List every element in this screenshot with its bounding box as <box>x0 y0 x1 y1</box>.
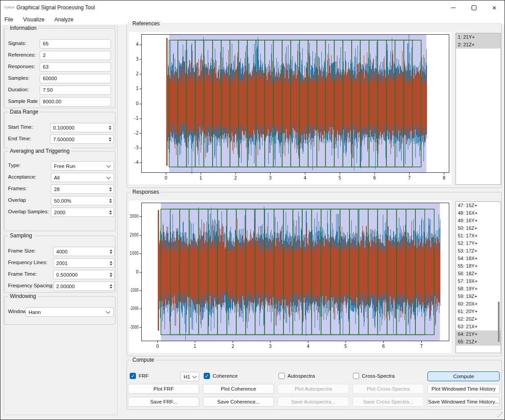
list-item[interactable]: 59: 19Z+ <box>456 293 501 300</box>
spin-buttons[interactable] <box>107 196 114 205</box>
spin-buttons[interactable] <box>107 259 114 267</box>
list-item[interactable]: 54: 18X+ <box>456 255 501 262</box>
minimize-button[interactable] <box>443 0 464 15</box>
chevron-down-icon <box>107 175 111 179</box>
responses-group-title: Responses <box>131 189 161 195</box>
responses-plot[interactable] <box>129 200 452 353</box>
compute-button[interactable]: Compute <box>427 371 500 381</box>
spin-down-icon <box>110 264 112 265</box>
list-item[interactable]: 49: 16Y+ <box>456 217 501 224</box>
resize-grip[interactable] <box>497 412 502 417</box>
estimator-combo[interactable]: H1 <box>181 372 199 381</box>
spin-down-icon <box>110 252 112 254</box>
frequency-spacing-value: 2.00000 <box>53 284 107 289</box>
autospectra-checkbox[interactable]: Autospectra <box>279 372 315 379</box>
menu-visualize[interactable]: Visualize <box>19 15 49 23</box>
coherence-checkbox[interactable]: Coherence <box>204 372 238 379</box>
list-item[interactable]: 55: 18Y+ <box>456 262 501 270</box>
list-item[interactable]: 58: 19Y+ <box>456 285 501 293</box>
frf-checkbox[interactable]: FRF <box>130 372 148 379</box>
cross-spectra-checkbox[interactable]: Cross-Spectra <box>353 372 395 379</box>
menu-file[interactable]: File <box>0 15 17 23</box>
references-list[interactable]: 1: 21Y+ 2: 21Z+ <box>456 33 501 185</box>
save-windowed-time-history-button[interactable]: Save Windowed Time History... <box>427 397 500 407</box>
type-combo[interactable]: Free Run <box>51 161 114 171</box>
list-item[interactable]: 65: 21Z+ <box>456 338 501 346</box>
window-label: Window: <box>8 309 28 314</box>
close-icon <box>492 4 497 12</box>
list-item[interactable]: 60: 20X+ <box>456 300 501 308</box>
maximize-button[interactable] <box>464 0 484 15</box>
close-button[interactable] <box>484 0 505 15</box>
list-item[interactable]: 62: 20Z+ <box>456 315 501 323</box>
list-item[interactable]: 63: 21X+ <box>456 323 501 330</box>
list-item[interactable]: 64: 21Y+ <box>456 330 501 338</box>
frame-time-spinbox[interactable]: 0.500000 <box>53 270 115 279</box>
references-plot[interactable] <box>129 32 452 184</box>
spin-down-icon <box>110 275 112 277</box>
spin-buttons[interactable] <box>107 123 113 132</box>
list-item[interactable]: 51: 17X+ <box>456 232 501 240</box>
maximize-icon <box>472 5 476 10</box>
save-cross-spectra-button: Save Cross-Spectra... <box>353 397 424 407</box>
menu-analyze[interactable]: Analyze <box>50 15 78 23</box>
frequency-spacing-spinbox[interactable]: 2.00000 <box>53 281 115 291</box>
spin-buttons[interactable] <box>107 282 114 290</box>
chevron-down-icon <box>106 309 111 314</box>
spin-buttons[interactable] <box>107 185 114 193</box>
frf-checkbox-label: FRF <box>139 373 148 379</box>
overlap-label: Overlap <box>8 197 26 203</box>
spin-buttons[interactable] <box>107 135 113 143</box>
list-item[interactable]: 48: 16X+ <box>456 209 501 217</box>
responses-label: Responses: <box>8 64 35 69</box>
references-label: References: <box>8 52 36 57</box>
autospectra-checkbox-label: Autospectra <box>287 373 315 379</box>
save-frf-button[interactable]: Save FRF... <box>128 397 199 407</box>
spin-up-icon <box>110 273 112 274</box>
save-coherence-button[interactable]: Save Coherence... <box>203 397 274 407</box>
references-field[interactable]: 2 <box>40 51 111 60</box>
list-item[interactable]: 61: 20Y+ <box>456 308 501 315</box>
list-item[interactable]: 52: 17Y+ <box>456 240 501 247</box>
overlap-samples-label: Overlap Samples: <box>8 209 49 214</box>
app-window: PyMule Graphical Signal Processing Tool … <box>0 0 505 420</box>
list-item[interactable]: 53: 17Z+ <box>456 247 501 255</box>
sample-rate-field[interactable]: 8000.00 <box>40 97 111 106</box>
responses-field[interactable]: 63 <box>40 62 111 72</box>
checkbox-icon <box>279 373 285 379</box>
overlap-spinbox[interactable]: 50.00% <box>51 196 114 205</box>
end-time-spinbox[interactable]: 7.500000 <box>50 135 114 144</box>
samples-field[interactable]: 60000 <box>40 74 111 83</box>
list-item[interactable]: 1: 21Y+ <box>456 33 501 41</box>
spin-up-icon <box>109 210 112 212</box>
compute-group: Compute FRF H1 Coherence Autospectra Cro… <box>127 360 502 410</box>
frequency-lines-spinbox[interactable]: 2001 <box>53 258 115 268</box>
start-time-spinbox[interactable]: 0.100000 <box>50 123 114 132</box>
spin-buttons[interactable] <box>107 247 114 256</box>
responses-list-scrollbar[interactable] <box>498 302 500 343</box>
list-item[interactable]: 47: 15Z+ <box>456 202 501 209</box>
frames-spinbox[interactable]: 28 <box>51 184 114 194</box>
signals-field[interactable]: 65 <box>40 39 111 49</box>
overlap-samples-spinbox[interactable]: 2000 <box>51 208 114 217</box>
spin-buttons[interactable] <box>107 270 114 279</box>
list-item[interactable]: 57: 19X+ <box>456 277 501 285</box>
window-combo[interactable]: Hann <box>25 307 114 317</box>
sampling-group-title: Sampling <box>8 232 34 239</box>
spin-buttons[interactable] <box>107 208 114 216</box>
list-item[interactable]: 2: 21Z+ <box>456 41 501 49</box>
plot-coherence-button[interactable]: Plot Coherence <box>203 384 274 394</box>
duration-field[interactable]: 7.50 <box>40 86 111 95</box>
frames-value: 28 <box>51 187 107 192</box>
references-group-title: References <box>131 20 161 27</box>
acceptance-combo[interactable]: All <box>51 173 114 182</box>
plot-windowed-time-history-button[interactable]: Plot Windowed Time History <box>427 384 500 394</box>
list-item[interactable]: 50: 16Z+ <box>456 224 501 232</box>
frame-size-spinbox[interactable]: 4000 <box>53 247 115 256</box>
plot-cross-spectra-button: Plot Cross-Spectra <box>353 384 424 394</box>
plot-frf-button[interactable]: Plot FRF <box>128 384 199 394</box>
spin-down-icon <box>109 128 111 130</box>
responses-list[interactable]: 47: 15Z+ 48: 16X+ 49: 16Y+ 50: 16Z+ 51: … <box>456 201 501 353</box>
list-item[interactable]: 56: 18Z+ <box>456 270 501 277</box>
frequency-lines-label: Frequency Lines: <box>8 260 47 265</box>
